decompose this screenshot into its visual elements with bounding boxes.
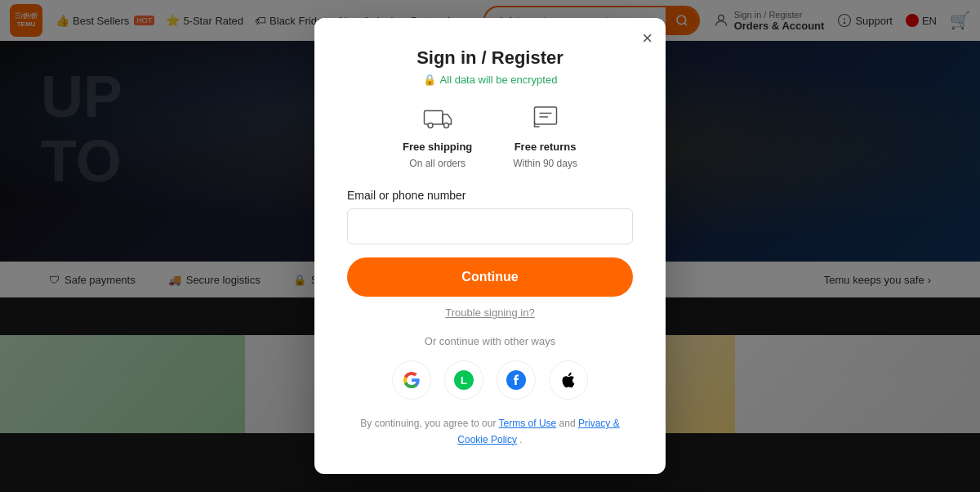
modal-close-button[interactable]: × [642, 29, 653, 47]
shipping-subtitle: On all orders [409, 158, 466, 169]
line-login-button[interactable]: L [444, 360, 483, 400]
google-login-button[interactable] [392, 360, 431, 400]
modal-features: Free shipping On all orders Free returns… [347, 104, 633, 169]
continue-button[interactable]: Continue [347, 257, 633, 297]
feature-returns: Free returns Within 90 days [513, 104, 577, 169]
svg-rect-5 [424, 111, 443, 125]
facebook-login-button[interactable] [497, 360, 536, 400]
social-icons: L [347, 360, 633, 400]
shipping-icon [423, 104, 452, 136]
svg-text:L: L [461, 374, 467, 387]
modal-title: Sign in / Register [347, 47, 633, 69]
lock-encrypted-icon: 🔒 [423, 74, 436, 86]
feature-shipping: Free shipping On all orders [403, 104, 472, 169]
returns-icon [531, 104, 560, 136]
returns-title: Free returns [514, 141, 577, 153]
email-input[interactable] [347, 208, 633, 244]
terms-text: By continuing, you agree to our Terms of… [347, 416, 633, 447]
encrypted-notice: 🔒 All data will be encrypted [347, 74, 633, 86]
returns-subtitle: Within 90 days [513, 158, 577, 169]
svg-point-7 [443, 123, 448, 128]
shipping-title: Free shipping [403, 141, 472, 153]
sign-in-modal: × Sign in / Register 🔒 All data will be … [314, 18, 666, 473]
email-label: Email or phone number [347, 189, 633, 202]
or-divider: Or continue with other ways [347, 335, 633, 347]
terms-of-use-link[interactable]: Terms of Use [499, 418, 557, 429]
trouble-link[interactable]: Trouble signing in? [347, 306, 633, 319]
svg-rect-8 [534, 107, 556, 124]
modal-overlay: × Sign in / Register 🔒 All data will be … [0, 0, 980, 492]
apple-login-button[interactable] [549, 360, 588, 400]
svg-point-6 [428, 123, 433, 128]
